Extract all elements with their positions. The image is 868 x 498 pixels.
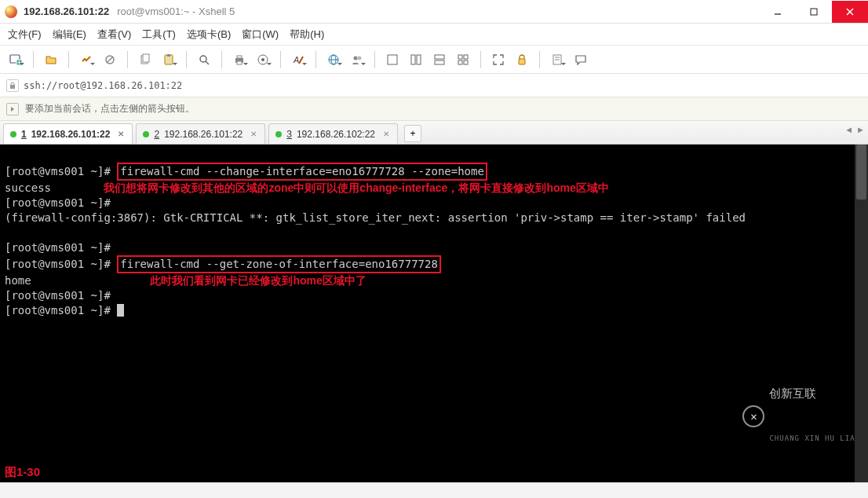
layout1-button[interactable] [383, 50, 402, 69]
copy-button[interactable] [136, 50, 155, 69]
prompt: [root@vms001 ~]# [5, 289, 117, 302]
prompt: [root@vms001 ~]# [5, 258, 117, 270]
toolbar: A [0, 46, 868, 74]
prompt: [root@vms001 ~]# [5, 165, 117, 178]
find-button[interactable] [195, 50, 213, 69]
lock-icon [6, 79, 19, 92]
watermark: ✕ 创新互联 CHUANG XIN HU LIAN [742, 357, 860, 476]
svg-rect-13 [167, 54, 170, 57]
layout4-button[interactable] [454, 50, 472, 69]
svg-text:A: A [293, 55, 299, 64]
window-title-host: 192.168.26.101:22 [24, 5, 109, 17]
svg-rect-33 [464, 55, 468, 59]
menu-view[interactable]: 查看(V) [97, 27, 131, 42]
users-button[interactable] [348, 50, 367, 69]
tab-2[interactable]: 2 192.168.26.101:22 ✕ [136, 123, 265, 144]
watermark-icon: ✕ [742, 405, 764, 427]
add-tab-button[interactable]: + [404, 125, 421, 142]
window-title-app: root@vms001:~ - Xshell 5 [117, 5, 235, 17]
svg-rect-31 [435, 60, 444, 64]
figure-label: 图1-30 [5, 464, 40, 479]
tab-scroll-left[interactable]: ◄ [844, 125, 853, 134]
svg-rect-40 [10, 85, 15, 89]
watermark-sub: CHUANG XIN HU LIAN [769, 431, 860, 446]
svg-line-15 [206, 61, 209, 64]
title-bar: 192.168.26.101:22 root@vms001:~ - Xshell… [0, 0, 868, 24]
svg-point-14 [200, 56, 206, 62]
tab-close-icon[interactable]: ✕ [383, 130, 389, 138]
svg-line-9 [107, 57, 113, 63]
app-icon [5, 5, 17, 18]
svg-rect-28 [411, 55, 415, 64]
menu-bar: 文件(F) 编辑(E) 查看(V) 工具(T) 选项卡(B) 窗口(W) 帮助(… [0, 24, 868, 46]
terminal[interactable]: [root@vms001 ~]# firewall-cmd --change-i… [0, 145, 868, 482]
open-button[interactable] [42, 50, 60, 69]
chat-button[interactable] [571, 50, 590, 69]
tab-label: 192.168.26.101:22 [164, 129, 243, 140]
annotation-1: 我们想将网卡修改到其他的区域的zone中则可以使用change-interfac… [104, 181, 608, 194]
prompt: [root@vms001 ~]# [5, 241, 117, 254]
svg-rect-34 [458, 60, 462, 64]
tab-close-icon[interactable]: ✕ [250, 130, 257, 138]
window-buttons [760, 1, 868, 23]
svg-rect-5 [16, 60, 22, 65]
prompt: [root@vms001 ~]# [5, 196, 117, 209]
tab-scroll-right[interactable]: ► [856, 125, 865, 134]
address-bar: ssh://root@192.168.26.101:22 [0, 74, 868, 97]
svg-point-25 [354, 56, 358, 60]
status-dot-icon [10, 131, 16, 137]
menu-tools[interactable]: 工具(T) [142, 27, 176, 42]
new-session-button[interactable] [6, 50, 25, 69]
terminal-line: success [5, 181, 51, 194]
layout3-button[interactable] [430, 50, 449, 69]
svg-rect-11 [143, 54, 149, 62]
address-text[interactable]: ssh://root@192.168.26.101:22 [24, 80, 182, 91]
script-button[interactable] [548, 50, 567, 69]
svg-rect-1 [811, 9, 817, 15]
watermark-brand: 创新互联 [769, 386, 860, 401]
fullscreen-button[interactable] [489, 50, 508, 69]
tab-close-icon[interactable]: ✕ [118, 130, 124, 138]
prompt: [root@vms001 ~]# [5, 304, 117, 317]
svg-rect-29 [417, 55, 421, 64]
globe-button[interactable] [324, 50, 343, 69]
menu-tab[interactable]: 选项卡(B) [187, 27, 231, 42]
svg-rect-30 [435, 55, 444, 59]
print-button[interactable] [230, 50, 249, 69]
tab-1[interactable]: 1 192.168.26.101:22 ✕ [3, 123, 133, 144]
paste-button[interactable] [159, 50, 178, 69]
cursor [117, 304, 124, 317]
svg-rect-27 [388, 55, 397, 64]
svg-rect-35 [464, 60, 468, 64]
tab-3[interactable]: 3 192.168.26.102:22 ✕ [268, 123, 398, 144]
scrollbar-thumb[interactable] [856, 145, 866, 200]
reconnect-button[interactable] [77, 50, 96, 69]
close-button[interactable] [832, 1, 868, 23]
svg-rect-17 [237, 56, 242, 58]
tab-number: 2 [154, 129, 159, 140]
tab-number: 1 [21, 129, 27, 140]
lock-button[interactable] [512, 50, 531, 69]
svg-point-20 [261, 58, 264, 61]
annotation-2: 此时我们看到网卡已经修改到home区域中了 [150, 274, 366, 287]
minimize-button[interactable] [760, 1, 796, 23]
svg-rect-18 [237, 61, 242, 64]
menu-window[interactable]: 窗口(W) [242, 27, 279, 42]
add-session-button[interactable] [6, 103, 19, 115]
terminal-scrollbar[interactable] [855, 145, 868, 482]
disconnect-button[interactable] [100, 50, 119, 69]
properties-button[interactable] [253, 50, 272, 69]
layout2-button[interactable] [407, 50, 425, 69]
terminal-line: home [5, 274, 31, 287]
maximize-button[interactable] [796, 1, 832, 23]
terminal-line: (firewall-config:3867): Gtk-CRITICAL **:… [5, 211, 746, 224]
info-text: 要添加当前会话，点击左侧的箭头按钮。 [25, 102, 195, 115]
menu-help[interactable]: 帮助(H) [290, 27, 324, 42]
tab-label: 192.168.26.102:22 [297, 129, 375, 140]
svg-rect-32 [458, 55, 462, 59]
menu-file[interactable]: 文件(F) [8, 27, 42, 42]
menu-edit[interactable]: 编辑(E) [53, 27, 86, 42]
font-button[interactable]: A [289, 50, 308, 69]
status-dot-icon [143, 131, 149, 137]
svg-rect-36 [519, 59, 525, 64]
